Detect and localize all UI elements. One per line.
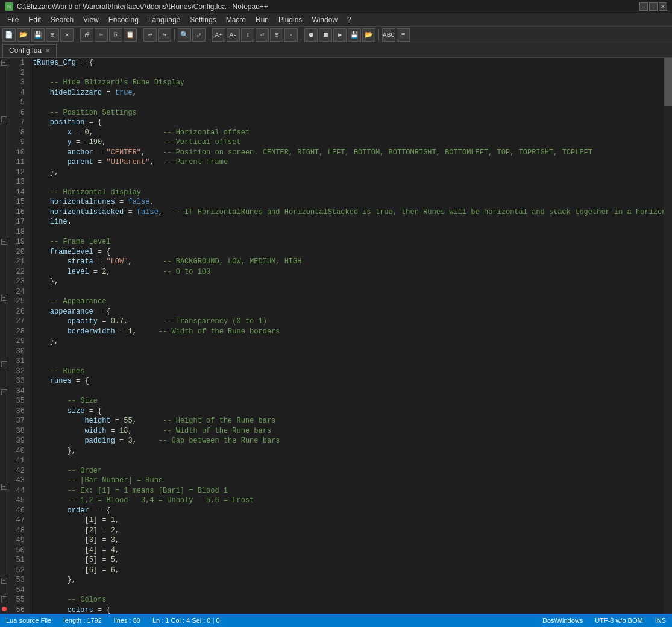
ln-7: 7 [12, 118, 25, 128]
gutter-32 [0, 350, 8, 359]
fold-46[interactable]: − [1, 484, 7, 490]
gutter-58: − [0, 595, 8, 605]
menu-search[interactable]: Search [46, 14, 78, 25]
fold-56[interactable]: − [1, 578, 7, 584]
gutter-3 [0, 77, 8, 86]
gutter-21 [0, 247, 8, 256]
gutter-48 [0, 500, 8, 510]
tab-config-lua[interactable]: Config.lua ✕ [2, 44, 57, 57]
fold-58[interactable]: − [1, 596, 7, 602]
gutter-31 [0, 341, 8, 350]
gutter-13 [0, 171, 8, 181]
gutter-18 [0, 218, 8, 228]
menu-language[interactable]: Language [143, 14, 185, 25]
tb-undo[interactable]: ↩ [143, 28, 157, 42]
maximize-button[interactable]: □ [649, 2, 658, 11]
ln-36: 36 [12, 406, 25, 417]
ln-18: 18 [12, 227, 25, 238]
menu-macro[interactable]: Macro [221, 14, 251, 25]
tb-macro-load[interactable]: 📂 [362, 28, 375, 42]
ln-35: 35 [12, 396, 25, 406]
tab-bar: Config.lua ✕ [0, 43, 672, 58]
ln-51: 51 [12, 555, 25, 566]
ln-17: 17 [12, 217, 25, 227]
fold-36[interactable]: − [1, 389, 7, 395]
tb-indent-guide[interactable]: ⊞ [270, 28, 283, 42]
status-length: length : 1792 [63, 617, 102, 624]
tb-close[interactable]: ✕ [60, 28, 74, 42]
tb-find[interactable]: 🔍 [178, 28, 191, 42]
code-area[interactable]: tRunes_Cfg = { -- Hide Blizzard's Rune D… [30, 58, 664, 614]
gutter-9 [0, 133, 8, 143]
ln-11: 11 [12, 157, 25, 168]
gutter-1: − [0, 58, 8, 68]
ln-55: 55 [12, 595, 25, 605]
gutter-50 [0, 520, 8, 529]
tb-save[interactable]: 💾 [31, 28, 45, 42]
ln-33: 33 [12, 376, 25, 386]
tb-cut[interactable]: ✂ [95, 28, 108, 42]
tb-sync-scroll[interactable]: ⇕ [241, 28, 254, 42]
menu-window[interactable]: Window [307, 14, 342, 25]
fold-7[interactable]: − [1, 116, 7, 122]
gutter-27 [0, 303, 8, 312]
tab-close-icon[interactable]: ✕ [45, 48, 50, 54]
tb-paste[interactable]: 📋 [124, 28, 137, 42]
scrollbar-thumb[interactable] [664, 58, 672, 106]
fold-26[interactable]: − [1, 295, 7, 301]
menu-file[interactable]: File [2, 14, 24, 25]
vertical-scrollbar[interactable] [664, 58, 672, 614]
fold-1[interactable]: − [1, 60, 7, 66]
gutter-37 [0, 397, 8, 407]
ln-43: 43 [12, 476, 25, 486]
ln-52: 52 [12, 566, 25, 576]
fold-20[interactable]: − [1, 239, 7, 245]
sep3 [174, 29, 175, 41]
tb-zoom-in[interactable]: A+ [212, 28, 225, 42]
gutter-29 [0, 322, 8, 332]
tb-macro-stop[interactable]: ⏹ [319, 28, 332, 42]
tb-open[interactable]: 📂 [17, 28, 30, 42]
sep1 [77, 29, 77, 41]
menu-settings[interactable]: Settings [185, 14, 221, 25]
gutter-57 [0, 585, 8, 595]
ln-13: 13 [12, 177, 25, 187]
tb-extra[interactable]: ≡ [397, 28, 410, 42]
menu-encoding[interactable]: Encoding [104, 14, 143, 25]
gutter-52 [0, 538, 8, 548]
tb-macro-rec[interactable]: ⏺ [304, 28, 318, 42]
minimize-button[interactable]: ─ [639, 2, 648, 11]
tb-saveall[interactable]: ⊞ [46, 28, 59, 42]
tb-wrap[interactable]: ⏎ [256, 28, 269, 42]
menu-help[interactable]: ? [342, 14, 356, 25]
menu-edit[interactable]: Edit [24, 14, 46, 25]
tb-print[interactable]: 🖨 [80, 28, 93, 42]
menu-view[interactable]: View [78, 14, 104, 25]
tb-redo[interactable]: ↪ [158, 28, 171, 42]
ln-53: 53 [12, 575, 25, 585]
tb-spell[interactable]: ABC [382, 28, 395, 42]
gutter-42 [0, 444, 8, 454]
ln-41: 41 [12, 456, 25, 466]
menu-run[interactable]: Run [251, 14, 274, 25]
gutter-38 [0, 406, 8, 416]
ln-22: 22 [12, 267, 25, 277]
ln-21: 21 [12, 257, 25, 267]
tb-zoom-out[interactable]: A- [227, 28, 240, 42]
scrollbar-track[interactable] [664, 58, 672, 614]
tb-new[interactable]: 📄 [2, 28, 16, 42]
gutter-10 [0, 143, 8, 153]
ln-14: 14 [12, 187, 25, 198]
gutter-41 [0, 435, 8, 444]
close-button[interactable]: ✕ [659, 2, 667, 11]
tb-copy[interactable]: ⎘ [109, 28, 122, 42]
bookmark-59 [2, 607, 7, 611]
tb-macro-play[interactable]: ▶ [333, 28, 347, 42]
fold-33[interactable]: − [1, 361, 7, 367]
tb-whitespace[interactable]: · [284, 28, 298, 42]
tb-macro-save[interactable]: 💾 [348, 28, 361, 42]
ln-23: 23 [12, 277, 25, 287]
tb-replace[interactable]: ⇄ [192, 28, 206, 42]
ln-24: 24 [12, 287, 25, 297]
menu-plugins[interactable]: Plugins [274, 14, 307, 25]
